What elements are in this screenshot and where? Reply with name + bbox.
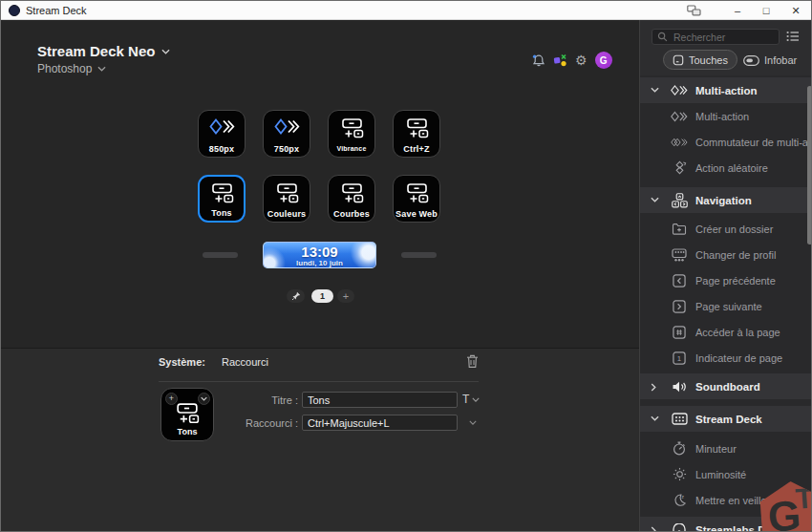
sleep-moon-icon: z (671, 492, 688, 508)
touch-point-left[interactable] (203, 252, 238, 258)
key-label: 850px (199, 144, 245, 154)
notifications-bell-icon[interactable] (532, 53, 545, 68)
title-style-dropdown[interactable]: T (462, 393, 480, 406)
close-button[interactable]: ✕ (781, 1, 810, 20)
chevron-right-icon (651, 383, 656, 392)
main-canvas: Stream Deck Neo Photoshop (1, 20, 639, 348)
multi-action-switcher-icon (671, 134, 688, 150)
key-tons-selected[interactable]: Tons (198, 175, 246, 223)
page-previous-icon (671, 272, 688, 288)
key-label: Ctrl+Z (394, 144, 439, 154)
tab-infobar-label: Infobar (764, 54, 797, 66)
hotkey-icon (200, 183, 244, 203)
action-type: Raccourci (222, 356, 268, 368)
device-selector[interactable]: Stream Deck Neo (37, 43, 170, 59)
hotkey-icon (394, 118, 439, 138)
key-750px[interactable]: 750px (263, 110, 310, 158)
key-ctrl-z[interactable]: Ctrl+Z (393, 110, 440, 158)
sidebar-section-soundboard[interactable]: Soundboard (640, 373, 812, 399)
account-avatar[interactable]: G (595, 52, 612, 69)
text-style-icon: T (462, 393, 469, 406)
shortcut-input[interactable] (302, 415, 458, 431)
sidebar-scrollbar[interactable] (807, 86, 812, 245)
delete-action-button[interactable] (466, 354, 479, 369)
svg-text:z: z (681, 494, 684, 500)
key-icon (673, 54, 684, 66)
page-1-button[interactable]: 1 (311, 289, 333, 303)
preview-key-label: Tons (161, 427, 213, 436)
key-courbes[interactable]: Courbes (328, 175, 375, 223)
multi-action-icon (199, 118, 245, 135)
chevron-down-icon (97, 66, 106, 72)
pin-page-button[interactable] (287, 289, 305, 303)
chevron-down-icon (201, 396, 207, 401)
tab-infobar[interactable]: Infobar (743, 53, 797, 68)
key-vibrance[interactable]: Vibrance (328, 110, 375, 158)
clock-screen[interactable]: 13:09 lundi, 10 juin (263, 242, 376, 268)
key-label: Tons (200, 208, 244, 218)
action-timer[interactable]: Minuteur (640, 436, 812, 461)
random-action-icon (671, 160, 688, 176)
key-850px[interactable]: 850px (198, 110, 246, 158)
action-random[interactable]: Action aléatoire (640, 155, 812, 181)
search-box[interactable] (652, 29, 780, 45)
page-indicator-icon: 1 (671, 350, 688, 366)
sidebar-section-multi-action[interactable]: Multi-action (640, 77, 812, 103)
maximize-button[interactable]: □ (752, 1, 780, 20)
hotkey-icon (161, 403, 213, 424)
touch-point-right[interactable] (401, 252, 437, 258)
chevron-down-icon (651, 87, 659, 93)
multi-action-icon (671, 108, 688, 124)
action-multi-action-switcher[interactable]: Commutateur de multi-actions (640, 129, 812, 155)
search-input[interactable] (672, 31, 774, 44)
hotkey-icon (329, 183, 374, 203)
profile-grid-icon (671, 246, 688, 263)
list-view-icon[interactable] (786, 31, 800, 42)
key-label: Save Web (394, 209, 439, 219)
action-brightness[interactable]: Luminosité (640, 461, 812, 487)
chevron-down-icon (651, 197, 659, 202)
chevron-down-icon (651, 415, 659, 421)
window-title: Stream Deck (26, 5, 87, 16)
key-save-web[interactable]: Save Web (393, 175, 440, 223)
action-multi-action[interactable]: Multi-action (640, 103, 812, 129)
action-goto-page[interactable]: Accéder à la page (640, 319, 812, 345)
action-previous-page[interactable]: Page précédente (640, 267, 812, 293)
device-name: Stream Deck Neo (37, 43, 155, 59)
key-preview[interactable]: + Tons (160, 388, 214, 441)
svg-text:1: 1 (677, 353, 682, 362)
settings-gear-icon[interactable]: ⚙ (575, 53, 588, 67)
navigation-icon (671, 192, 688, 208)
inspector-breadcrumb: Système: Raccourci (159, 356, 268, 368)
action-switch-profile[interactable]: Changer de profil (640, 242, 812, 267)
minimize-button[interactable]: – (723, 1, 752, 20)
sidebar-section-stream-deck[interactable]: Stream Deck (640, 406, 812, 432)
key-label: Vibrance (329, 145, 374, 152)
devices-icon[interactable] (679, 1, 708, 20)
sidebar-top: Touches Infobar (640, 20, 812, 75)
title-input[interactable] (302, 392, 458, 408)
soundboard-icon (671, 378, 688, 394)
marketplace-icon[interactable] (553, 53, 567, 68)
add-page-button[interactable]: + (337, 289, 354, 303)
key-couleurs[interactable]: Couleurs (263, 175, 310, 223)
profile-selector[interactable]: Photoshop (37, 62, 106, 75)
shortcut-options-chevron-icon[interactable] (469, 420, 477, 425)
action-next-page[interactable]: Page suivante (640, 293, 812, 319)
pin-icon (291, 291, 301, 301)
action-page-indicator[interactable]: 1 Indicateur de page (640, 345, 812, 371)
action-category: Système: (159, 356, 205, 368)
brightness-icon (671, 466, 688, 482)
key-label: 750px (264, 144, 310, 154)
sidebar-section-navigation[interactable]: Navigation (640, 187, 812, 213)
clock-time: 13:09 (264, 244, 375, 260)
folder-plus-icon (671, 221, 688, 237)
timer-icon (671, 440, 688, 457)
key-label: Courbes (329, 209, 374, 219)
tab-touches[interactable]: Touches (663, 50, 737, 70)
shortcut-field-label: Raccourci : (226, 417, 298, 429)
infobar-icon (743, 55, 759, 66)
action-create-folder[interactable]: Créer un dossier (640, 216, 812, 242)
multi-action-icon (264, 118, 310, 135)
key-label: Couleurs (264, 209, 310, 219)
